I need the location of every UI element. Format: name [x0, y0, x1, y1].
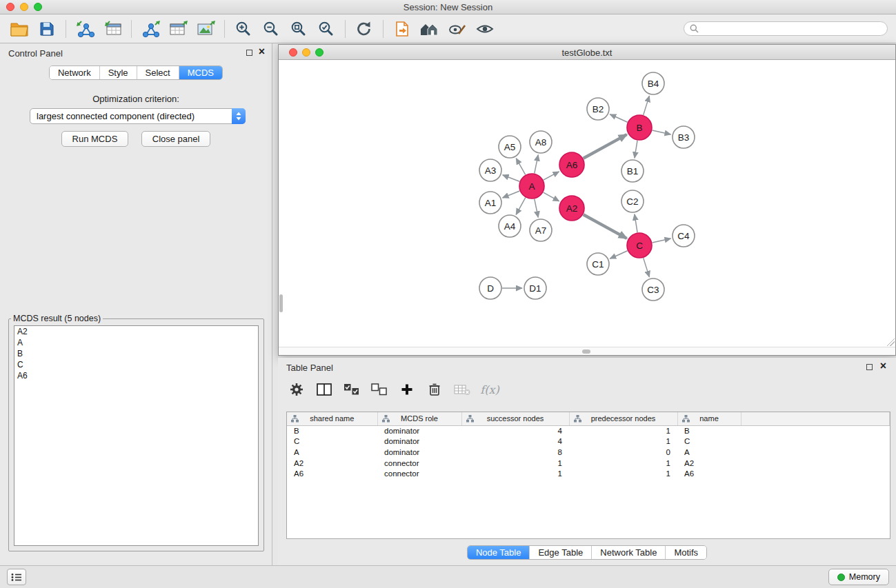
save-session-button[interactable] — [33, 17, 61, 41]
delete-column-button[interactable] — [423, 378, 446, 401]
table-cell: B — [677, 425, 741, 436]
table-row[interactable]: Bdominator41B — [287, 425, 890, 436]
graph-node-C3[interactable]: C3 — [642, 278, 664, 301]
resize-grip[interactable] — [886, 338, 895, 346]
select-all-button[interactable] — [340, 378, 364, 401]
optimization-criterion-dropdown[interactable]: largest connected component (directed) — [30, 108, 246, 124]
graph-node-C2[interactable]: C2 — [621, 190, 644, 212]
graph-node-A4[interactable]: A4 — [499, 215, 521, 237]
graph-edge-A-A4 — [516, 198, 526, 215]
show-hide-button[interactable] — [471, 17, 499, 41]
deselect-all-button[interactable] — [368, 378, 391, 401]
graph-node-C4[interactable]: C4 — [673, 225, 695, 247]
graph-node-A2[interactable]: A2 — [559, 196, 584, 221]
svg-text:A8: A8 — [535, 137, 547, 148]
table-row[interactable]: A2connector11A2 — [287, 458, 890, 469]
close-panel-icon[interactable]: × — [259, 45, 265, 58]
network-canvas[interactable]: B4B2BB3A5A8A6B1A3AC2A1A2A4A7C4CC1C3DD1 — [279, 60, 895, 347]
close-table-panel-icon[interactable]: × — [880, 360, 886, 372]
graph-edge-A-A8 — [535, 155, 538, 174]
home-button[interactable] — [416, 17, 444, 41]
toolbar-separator — [66, 20, 66, 38]
graph-node-B2[interactable]: B2 — [587, 98, 609, 120]
table-row[interactable]: Adominator80A — [287, 447, 890, 458]
graph-node-B4[interactable]: B4 — [642, 72, 664, 94]
graph-edge-C-C4 — [653, 239, 671, 243]
graph-node-D[interactable]: D — [479, 277, 501, 299]
graph-node-D1[interactable]: D1 — [524, 277, 546, 299]
add-column-button[interactable] — [395, 378, 419, 401]
horizontal-scroll-thumb[interactable] — [582, 349, 590, 354]
tab-style[interactable]: Style — [99, 66, 137, 79]
apply-layout-button[interactable] — [350, 17, 378, 41]
graph-node-A3[interactable]: A3 — [479, 159, 501, 181]
graph-node-A7[interactable]: A7 — [530, 219, 552, 241]
mcds-result-item[interactable]: A6 — [14, 370, 258, 381]
import-table-button[interactable] — [99, 17, 126, 41]
table-tab-edge-table[interactable]: Edge Table — [529, 546, 591, 559]
memory-status-icon — [837, 574, 845, 581]
svg-text:B4: B4 — [648, 79, 659, 89]
search-input[interactable] — [702, 24, 882, 34]
table-settings-button[interactable] — [285, 378, 308, 401]
column-header-predecessor-nodes[interactable]: predecessor nodes — [569, 412, 677, 425]
graph-node-C[interactable]: C — [627, 233, 652, 258]
open-session-file-button[interactable] — [388, 17, 416, 41]
float-table-panel-icon[interactable] — [866, 364, 873, 370]
float-panel-icon[interactable] — [246, 50, 252, 56]
svg-text:B3: B3 — [678, 132, 690, 143]
column-header-MCDS-role[interactable]: MCDS role — [377, 412, 461, 425]
run-mcds-button[interactable]: Run MCDS — [61, 131, 129, 147]
column-header-successor-nodes[interactable]: successor nodes — [461, 412, 569, 425]
graph-edge-A-A1 — [503, 191, 520, 198]
memory-label: Memory — [849, 572, 880, 582]
graphics-details-button[interactable] — [444, 17, 471, 41]
function-builder-button[interactable]: f(x) — [478, 378, 501, 401]
svg-text:A2: A2 — [566, 203, 578, 214]
mcds-result-item[interactable]: B — [14, 348, 258, 359]
table-cell: 1 — [461, 458, 569, 469]
horizontal-scrollbar[interactable] — [279, 347, 895, 355]
graph-node-B3[interactable]: B3 — [673, 126, 695, 148]
zoom-fit-button[interactable] — [285, 17, 312, 41]
export-image-button[interactable] — [192, 17, 219, 41]
close-panel-button[interactable]: Close panel — [141, 131, 211, 147]
vertical-scrollbar[interactable] — [279, 60, 283, 347]
show-columns-button[interactable] — [312, 378, 336, 401]
table-tab-motifs[interactable]: Motifs — [665, 546, 706, 559]
table-cell-filler — [741, 468, 890, 479]
graph-node-A5[interactable]: A5 — [499, 136, 521, 158]
graph-node-A8[interactable]: A8 — [530, 131, 552, 153]
tab-mcds[interactable]: MCDS — [179, 66, 222, 79]
column-header-shared-name[interactable]: shared name — [287, 412, 377, 425]
table-row[interactable]: A6connector11A6 — [287, 468, 890, 479]
zoom-out-button[interactable] — [257, 17, 285, 41]
graph-node-C1[interactable]: C1 — [587, 253, 609, 275]
graph-node-A[interactable]: A — [519, 174, 544, 199]
graph-node-B[interactable]: B — [627, 115, 652, 140]
graph-node-B1[interactable]: B1 — [621, 160, 644, 182]
graph-node-A1[interactable]: A1 — [479, 192, 501, 214]
table-row[interactable]: Cdominator41C — [287, 436, 890, 447]
table-tab-network-table[interactable]: Network Table — [591, 546, 665, 559]
table-cell: 1 — [569, 468, 677, 479]
tab-select[interactable]: Select — [137, 66, 179, 79]
tab-network[interactable]: Network — [50, 66, 99, 79]
show-panel-menu-button[interactable] — [7, 569, 26, 585]
memory-button[interactable]: Memory — [828, 569, 889, 585]
table-tab-node-table[interactable]: Node Table — [468, 546, 530, 559]
mcds-result-item[interactable]: C — [14, 359, 258, 370]
export-table-button[interactable] — [164, 17, 192, 41]
export-network-button[interactable] — [137, 17, 164, 41]
zoom-in-button[interactable] — [230, 17, 257, 41]
zoom-selected-button[interactable] — [312, 17, 340, 41]
mcds-result-item[interactable]: A2 — [14, 326, 258, 337]
vertical-scroll-thumb[interactable] — [279, 294, 283, 312]
orange-document-icon — [394, 21, 410, 37]
mcds-result-item[interactable]: A — [14, 337, 258, 348]
graph-node-A6[interactable]: A6 — [559, 152, 584, 177]
delete-table-button[interactable] — [450, 378, 474, 401]
import-network-button[interactable] — [71, 17, 99, 41]
open-session-button[interactable] — [6, 17, 33, 41]
column-header-name[interactable]: name — [677, 412, 741, 425]
